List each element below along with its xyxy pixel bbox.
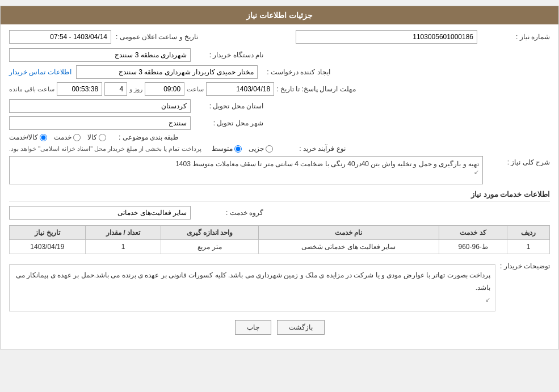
deadline-remaining-input	[57, 82, 102, 96]
process-motavaset-radio[interactable]	[234, 145, 242, 153]
col-code: کد خدمت	[439, 226, 507, 240]
process-radio-group: جزیی متوسط	[212, 145, 273, 153]
col-quantity: تعداد / مقدار	[85, 226, 161, 240]
service-group-input	[9, 206, 191, 220]
category-label: طبقه بندی موضوعی :	[111, 133, 179, 141]
process-jozi-label: جزیی	[249, 145, 264, 153]
process-motavaset-label: متوسط	[212, 145, 233, 153]
service-group-label: گروه خدمت :	[195, 209, 263, 217]
creator-input	[76, 65, 258, 79]
city-label: شهر محل تحویل :	[195, 119, 263, 127]
col-unit: واحد اندازه گیری	[161, 226, 258, 240]
category-kala[interactable]: کالا	[87, 133, 106, 141]
need-number-input[interactable]	[296, 30, 477, 44]
deadline-day-label: روز و	[129, 86, 142, 93]
services-section-title: اطلاعات خدمات مورد نیاز	[9, 190, 550, 201]
process-jozi-radio[interactable]	[266, 145, 273, 153]
province-input	[9, 99, 191, 113]
col-name: نام خدمت	[258, 226, 439, 240]
buyer-notes-section: توضیحات خریدار : پرداخت بصورت تهاتر با ع…	[9, 260, 550, 311]
services-table: ردیف کد خدمت نام خدمت واحد اندازه گیری ت…	[9, 225, 550, 254]
category-khedmat-radio[interactable]	[73, 134, 81, 141]
table-cell-unit: متر مربع	[161, 240, 258, 254]
table-row: 1ط-96-960سایر فعالیت های خدماتی شخصیمتر …	[10, 240, 550, 254]
category-radio-group: کالا خدمت کالا/خدمت	[9, 133, 106, 141]
need-number-label: شماره نیاز :	[482, 33, 550, 41]
buyer-notes-label: توضیحات خریدار :	[499, 262, 550, 270]
deadline-label: مهلت ارسال پاسخ: تا تاریخ :	[276, 85, 355, 93]
table-cell-quantity: 1	[85, 240, 161, 254]
process-jozi[interactable]: جزیی	[249, 145, 273, 153]
need-description-text: تهیه و بارگیری و حمل و تخلیه واش بتن 40د…	[175, 160, 479, 168]
deadline-time-input	[145, 82, 184, 96]
table-cell-code: ط-96-960	[439, 240, 507, 254]
print-button[interactable]: چاپ	[235, 320, 271, 335]
category-kala-label: کالا	[87, 133, 97, 141]
process-note: پرداخت تمام یا بخشی از مبلغ خریدار محل "…	[9, 145, 201, 153]
process-label: نوع فرآیند خرید :	[278, 145, 346, 153]
buyer-org-input	[9, 48, 191, 62]
city-input	[9, 116, 191, 130]
deadline-days-input	[104, 82, 127, 96]
col-date: تاریخ نیاز	[10, 226, 86, 240]
table-cell-name: سایر فعالیت های خدماتی شخصی	[258, 240, 439, 254]
need-description-box: تهیه و بارگیری و حمل و تخلیه واش بتن 40د…	[9, 156, 483, 184]
buyer-notes-text: پرداخت بصورت تهاتر با عوارض مودی و یا شر…	[16, 271, 490, 292]
category-kala-khedmat-label: کالا/خدمت	[9, 133, 38, 141]
creator-label: ایجاد کننده درخواست :	[262, 68, 330, 76]
category-khedmat[interactable]: خدمت	[54, 133, 81, 141]
button-row: بازگشت چاپ	[9, 320, 550, 335]
category-kala-radio[interactable]	[99, 134, 106, 141]
category-kala-khedmat-radio[interactable]	[40, 134, 47, 141]
category-khedmat-label: خدمت	[54, 133, 72, 141]
page-title: جزئیات اطلاعات نیاز	[1, 6, 558, 24]
province-label: استان محل تحویل :	[195, 102, 263, 110]
need-description-label: شرح کلی نیاز :	[487, 158, 550, 166]
services-table-section: ردیف کد خدمت نام خدمت واحد اندازه گیری ت…	[9, 225, 550, 254]
deadline-date-input	[206, 82, 274, 96]
announcement-date-label: تاریخ و ساعت اعلان عمومی :	[116, 33, 198, 41]
process-motavaset[interactable]: متوسط	[212, 145, 242, 153]
category-kala-khedmat[interactable]: کالا/خدمت	[9, 133, 47, 141]
table-cell-date: 1403/04/19	[10, 240, 86, 254]
back-button[interactable]: بازگشت	[277, 320, 325, 335]
col-row: ردیف	[507, 226, 550, 240]
buyer-org-label: نام دستگاه خریدار :	[195, 51, 263, 59]
deadline-time-label: ساعت	[187, 86, 204, 93]
announcement-date-input[interactable]	[9, 30, 111, 44]
buyer-notes-box: پرداخت بصورت تهاتر با عوارض مودی و یا شر…	[9, 264, 495, 311]
deadline-remaining-label: ساعت باقی مانده	[9, 86, 54, 93]
creator-link[interactable]: اطلاعات تماس خریدار	[9, 68, 72, 76]
table-cell-row: 1	[507, 240, 550, 254]
